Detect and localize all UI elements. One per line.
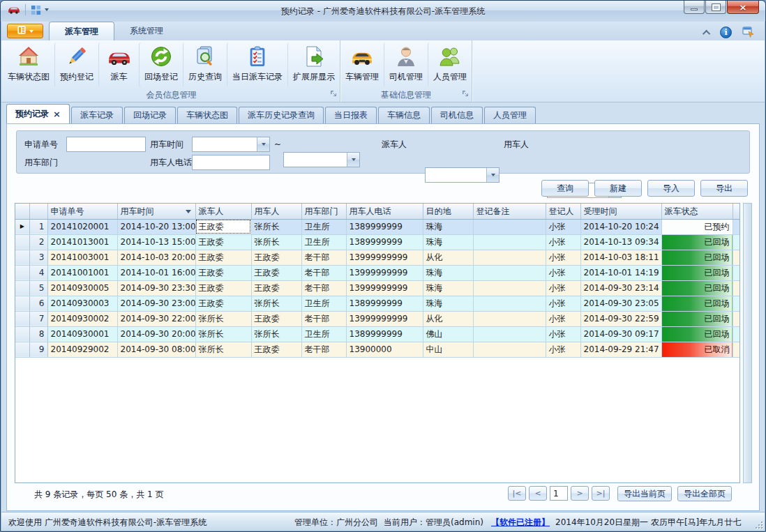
cell-order_no[interactable]: 20140930005: [47, 280, 117, 296]
cell-dispatcher[interactable]: 王政委: [195, 250, 251, 265]
cell-use_time[interactable]: 2014-09-30 22:00: [117, 311, 195, 326]
cell-user[interactable]: 王政委: [251, 342, 301, 357]
cell-phone[interactable]: 13999999999: [346, 265, 423, 280]
close-tab-icon[interactable]: ×: [53, 110, 61, 119]
dialog-launcher-icon[interactable]: [462, 89, 469, 99]
cell-dispatcher[interactable]: 王政委: [195, 234, 251, 250]
cell-user[interactable]: 王政委: [251, 250, 301, 265]
cell-remark[interactable]: [473, 296, 546, 311]
cell-order_no[interactable]: 20140930001: [47, 326, 117, 342]
collapse-ribbon-icon[interactable]: [703, 29, 710, 37]
cell-remark[interactable]: [473, 280, 546, 296]
cell-dispatcher[interactable]: 张所长: [195, 342, 251, 357]
cell-destination[interactable]: 珠海: [423, 234, 473, 250]
order-no-input[interactable]: [66, 137, 146, 152]
table-row-6[interactable]: 6201409300032014-09-30 23:00王政委张所长卫生所138…: [15, 296, 739, 311]
phone-input[interactable]: [192, 155, 270, 170]
cell-accept_time[interactable]: 2014-10-01 14:19: [580, 265, 661, 280]
ribbon-button-回场登记[interactable]: 回场登记: [139, 43, 183, 87]
cell-phone[interactable]: 1389999999: [346, 234, 423, 250]
column-header-用车人[interactable]: 用车人: [251, 204, 301, 219]
cell-destination[interactable]: 佛山: [423, 326, 473, 342]
last-page-button[interactable]: >|: [592, 486, 610, 501]
action-button-导出[interactable]: 导出: [700, 180, 748, 197]
cell-order_no[interactable]: 20141020001: [47, 219, 117, 234]
prev-page-button[interactable]: <: [529, 486, 547, 501]
registered-link[interactable]: 【软件已注册】: [491, 517, 550, 529]
first-page-button[interactable]: |<: [508, 486, 526, 501]
cell-dispatcher[interactable]: 张所长: [195, 326, 251, 342]
cell-order_no[interactable]: 20141003001: [47, 250, 117, 265]
cell-use_time[interactable]: 2014-10-13 15:00: [117, 234, 195, 250]
close-button[interactable]: ×: [727, 1, 759, 14]
cell-registrar[interactable]: 小张: [546, 342, 580, 357]
cell-dept[interactable]: 老干部: [301, 311, 346, 326]
chevron-down-icon[interactable]: [347, 153, 359, 167]
doc-tab-预约记录[interactable]: 预约记录×: [6, 104, 70, 123]
export-current-page-button[interactable]: 导出当前页: [617, 486, 672, 501]
doc-tab-车辆状态图[interactable]: 车辆状态图: [177, 107, 237, 123]
dispatcher-combo[interactable]: [425, 167, 500, 183]
table-row-2[interactable]: 2201410130012014-10-13 15:00王政委张所长卫生所138…: [15, 234, 739, 250]
cell-registrar[interactable]: 小张: [546, 280, 580, 296]
app-menu-button[interactable]: [7, 24, 43, 38]
column-header-申请单号[interactable]: 申请单号: [47, 204, 117, 219]
ribbon-button-车辆状态图[interactable]: 车辆状态图: [3, 43, 54, 87]
cell-accept_time[interactable]: 2014-10-20 10:24: [580, 219, 661, 234]
cell-dispatcher[interactable]: 张所长: [195, 311, 251, 326]
cell-destination[interactable]: 从化: [423, 250, 473, 265]
cell-remark[interactable]: [473, 250, 546, 265]
cell-remark[interactable]: [473, 326, 546, 342]
cell-phone[interactable]: 1389999999: [346, 296, 423, 311]
cell-remark[interactable]: [473, 311, 546, 326]
action-button-查询[interactable]: 查询: [541, 180, 589, 197]
cell-registrar[interactable]: 小张: [546, 219, 580, 234]
cell-remark[interactable]: [473, 342, 546, 357]
ribbon-button-历史查询[interactable]: 历史查询: [183, 43, 227, 87]
dialog-launcher-icon[interactable]: [330, 89, 337, 99]
cell-phone[interactable]: 13999999999: [346, 250, 423, 265]
cell-accept_time[interactable]: 2014-10-13 09:34: [580, 234, 661, 250]
cell-destination[interactable]: 中山: [423, 342, 473, 357]
cell-use_time[interactable]: 2014-09-30 20:00: [117, 326, 195, 342]
maximize-button[interactable]: [705, 1, 726, 14]
cell-destination[interactable]: 从化: [423, 311, 473, 326]
grid-vertical-scrollbar[interactable]: [743, 203, 752, 483]
column-header-登记人[interactable]: 登记人: [546, 204, 580, 219]
cell-dept[interactable]: 卫生所: [301, 326, 346, 342]
cell-phone[interactable]: 1389999999: [346, 219, 423, 234]
cell-user[interactable]: 王政委: [251, 265, 301, 280]
cell-accept_time[interactable]: 2014-09-30 22:59: [580, 311, 661, 326]
cell-phone[interactable]: 13999999999: [346, 311, 423, 326]
cell-remark[interactable]: [473, 265, 546, 280]
cell-accept_time[interactable]: 2014-09-30 23:14: [580, 280, 661, 296]
cell-use_time[interactable]: 2014-09-30 08:00: [117, 342, 195, 357]
cell-registrar[interactable]: 小张: [546, 326, 580, 342]
action-button-导入[interactable]: 导入: [647, 180, 695, 197]
column-header-受理时间[interactable]: 受理时间: [580, 204, 661, 219]
cell-dispatcher[interactable]: 王政委: [195, 280, 251, 296]
cell-registrar[interactable]: 小张: [546, 234, 580, 250]
table-row-1[interactable]: ▶1201410200012014-10-20 13:00王政委张所长卫生所13…: [15, 219, 739, 234]
cell-registrar[interactable]: 小张: [546, 311, 580, 326]
cell-accept_time[interactable]: 2014-09-30 23:05: [580, 296, 661, 311]
focused-cell[interactable]: 王政委: [195, 219, 251, 234]
cell-accept_time[interactable]: 2014-10-03 18:11: [580, 250, 661, 265]
cell-destination[interactable]: 珠海: [423, 296, 473, 311]
ribbon-button-人员管理[interactable]: 人员管理: [428, 43, 472, 87]
cell-use_time[interactable]: 2014-10-20 13:00: [117, 219, 195, 234]
cell-accept_time[interactable]: 2014-09-30 09:17: [580, 326, 661, 342]
cell-registrar[interactable]: 小张: [546, 250, 580, 265]
export-all-pages-button[interactable]: 导出全部页: [677, 486, 732, 501]
cell-user[interactable]: 张所长: [251, 296, 301, 311]
cell-user[interactable]: 张所长: [251, 234, 301, 250]
cell-dept[interactable]: 老干部: [301, 265, 346, 280]
cell-remark[interactable]: [473, 234, 546, 250]
column-header-用车部门[interactable]: 用车部门: [301, 204, 346, 219]
doc-tab-派车记录[interactable]: 派车记录: [71, 107, 123, 123]
doc-tab-回场记录[interactable]: 回场记录: [124, 107, 176, 123]
cell-user[interactable]: 张所长: [251, 219, 301, 234]
cell-order_no[interactable]: 20141013001: [47, 234, 117, 250]
ribbon-tab-2[interactable]: 系统管理: [114, 22, 179, 40]
cell-dept[interactable]: 卫生所: [301, 234, 346, 250]
